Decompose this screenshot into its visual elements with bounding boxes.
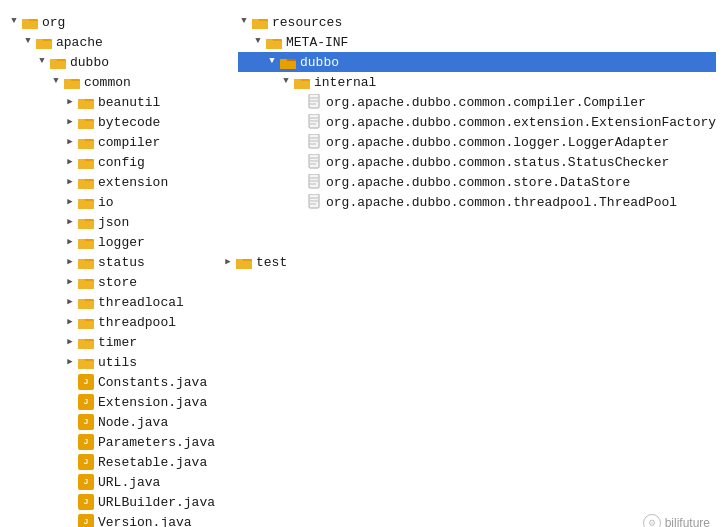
- node-label-url-java: URL.java: [98, 475, 160, 490]
- node-label-status: status: [98, 255, 145, 270]
- tree-node-constants[interactable]: J Constants.java: [8, 372, 238, 392]
- expand-arrow-json[interactable]: [64, 216, 76, 228]
- expand-arrow-store[interactable]: [64, 276, 76, 288]
- tree-node-timer[interactable]: timer: [8, 332, 238, 352]
- svg-rect-38: [78, 261, 94, 269]
- node-label-json: json: [98, 215, 129, 230]
- svg-rect-41: [78, 281, 94, 289]
- expand-arrow-meta-inf[interactable]: [252, 36, 264, 48]
- tree-node-resetable-java[interactable]: J Resetable.java: [8, 452, 238, 472]
- java-file-icon-url: J: [78, 474, 94, 490]
- tree-node-dubbo[interactable]: dubbo: [8, 52, 238, 72]
- right-panel: resources META-INF dubbo: [238, 12, 716, 527]
- tree-node-threadpool[interactable]: threadpool: [8, 312, 238, 332]
- expand-arrow-internal[interactable]: [280, 76, 292, 88]
- node-label-threadlocal: threadlocal: [98, 295, 184, 310]
- java-file-icon-urlbuilder: J: [78, 494, 94, 510]
- svg-rect-53: [78, 361, 94, 369]
- node-label-timer: timer: [98, 335, 137, 350]
- tree-node-file-data-store[interactable]: org.apache.dubbo.common.store.DataStore: [238, 172, 716, 192]
- expand-arrow-extension[interactable]: [64, 176, 76, 188]
- tree-node-file-thread-pool[interactable]: org.apache.dubbo.common.threadpool.Threa…: [238, 192, 716, 212]
- folder-icon-dubbo: [50, 56, 66, 69]
- tree-node-common[interactable]: common: [8, 72, 238, 92]
- tree-node-internal[interactable]: internal: [238, 72, 716, 92]
- tree-node-bytecode[interactable]: bytecode: [8, 112, 238, 132]
- tree-node-status[interactable]: status: [8, 252, 238, 272]
- tree-node-node-java[interactable]: J Node.java: [8, 412, 238, 432]
- expand-arrow-compiler[interactable]: [64, 136, 76, 148]
- tree-node-version-java[interactable]: J Version.java: [8, 512, 238, 527]
- expand-arrow-config[interactable]: [64, 156, 76, 168]
- expand-arrow-test[interactable]: [222, 256, 234, 268]
- node-label-file-compiler: org.apache.dubbo.common.compiler.Compile…: [326, 95, 646, 110]
- expand-arrow-resources[interactable]: [238, 16, 250, 28]
- expand-arrow-status[interactable]: [64, 256, 76, 268]
- svg-rect-47: [78, 321, 94, 329]
- tree-node-json[interactable]: json: [8, 212, 238, 232]
- svg-rect-5: [36, 41, 52, 49]
- expand-arrow-threadpool[interactable]: [64, 316, 76, 328]
- node-label-file-data-store: org.apache.dubbo.common.store.DataStore: [326, 175, 630, 190]
- java-file-icon-resetable: J: [78, 454, 94, 470]
- node-label-internal: internal: [314, 75, 376, 90]
- tree-node-compiler[interactable]: compiler: [8, 132, 238, 152]
- node-label-io: io: [98, 195, 114, 210]
- expand-arrow-dubbo-r[interactable]: [266, 56, 278, 68]
- svg-rect-26: [78, 181, 94, 189]
- expand-arrow-beanutil[interactable]: [64, 96, 76, 108]
- node-label-resetable-java: Resetable.java: [98, 455, 207, 470]
- tree-node-logger[interactable]: logger: [8, 232, 238, 252]
- expand-arrow-threadlocal[interactable]: [64, 296, 76, 308]
- tree-node-resources[interactable]: resources: [238, 12, 716, 32]
- node-label-version-java: Version.java: [98, 515, 192, 528]
- tree-node-parameters-java[interactable]: J Parameters.java: [8, 432, 238, 452]
- folder-icon-store: [78, 276, 94, 289]
- java-file-icon-parameters: J: [78, 434, 94, 450]
- text-file-icon-extension-factory: [308, 114, 322, 130]
- folder-icon-config: [78, 156, 94, 169]
- tree-node-beanutil[interactable]: beanutil: [8, 92, 238, 112]
- tree-node-io[interactable]: io: [8, 192, 238, 212]
- tree-node-threadlocal[interactable]: threadlocal: [8, 292, 238, 312]
- tree-node-url-java[interactable]: J URL.java: [8, 472, 238, 492]
- expand-arrow-timer[interactable]: [64, 336, 76, 348]
- folder-icon-beanutil: [78, 96, 94, 109]
- folder-icon-compiler: [78, 136, 94, 149]
- tree-node-extension-java[interactable]: J Extension.java: [8, 392, 238, 412]
- expand-arrow-org[interactable]: [8, 16, 20, 28]
- tree-node-file-compiler[interactable]: org.apache.dubbo.common.compiler.Compile…: [238, 92, 716, 112]
- svg-rect-17: [78, 121, 94, 129]
- svg-rect-14: [78, 101, 94, 109]
- node-label-file-status-checker: org.apache.dubbo.common.status.StatusChe…: [326, 155, 669, 170]
- tree-node-meta-inf[interactable]: META-INF: [238, 32, 716, 52]
- tree-node-org[interactable]: org: [8, 12, 238, 32]
- tree-node-test[interactable]: test: [222, 252, 287, 272]
- folder-icon-threadpool: [78, 316, 94, 329]
- tree-node-file-extension-factory[interactable]: org.apache.dubbo.common.extension.Extens…: [238, 112, 716, 132]
- expand-arrow-common[interactable]: [50, 76, 62, 88]
- svg-rect-35: [78, 241, 94, 249]
- tree-node-file-logger-adapter[interactable]: org.apache.dubbo.common.logger.LoggerAda…: [238, 132, 716, 152]
- expand-arrow-logger[interactable]: [64, 236, 76, 248]
- expand-arrow-bytecode[interactable]: [64, 116, 76, 128]
- tree-node-extension[interactable]: extension: [8, 172, 238, 192]
- tree-node-urlbuilder-java[interactable]: J URLBuilder.java: [8, 492, 238, 512]
- tree-node-file-status-checker[interactable]: org.apache.dubbo.common.status.StatusChe…: [238, 152, 716, 172]
- node-label-utils: utils: [98, 355, 137, 370]
- node-label-compiler: compiler: [98, 135, 160, 150]
- expand-arrow-apache[interactable]: [22, 36, 34, 48]
- node-label-file-thread-pool: org.apache.dubbo.common.threadpool.Threa…: [326, 195, 677, 210]
- svg-rect-56: [252, 21, 268, 29]
- expand-arrow-utils[interactable]: [64, 356, 76, 368]
- expand-arrow-io[interactable]: [64, 196, 76, 208]
- java-file-icon-node: J: [78, 414, 94, 430]
- expand-arrow-dubbo[interactable]: [36, 56, 48, 68]
- tree-node-store[interactable]: store: [8, 272, 238, 292]
- tree-node-dubbo-r[interactable]: dubbo: [238, 52, 716, 72]
- tree-node-utils[interactable]: utils: [8, 352, 238, 372]
- tree-node-apache[interactable]: apache: [8, 32, 238, 52]
- node-label-file-extension-factory: org.apache.dubbo.common.extension.Extens…: [326, 115, 716, 130]
- tree-node-config[interactable]: config: [8, 152, 238, 172]
- text-file-icon-status-checker: [308, 154, 322, 170]
